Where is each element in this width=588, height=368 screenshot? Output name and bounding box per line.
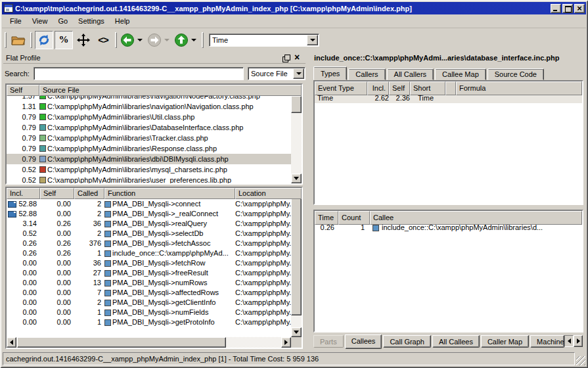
column-header-function[interactable]: Function (104, 188, 235, 199)
column-header-short[interactable]: Short (410, 81, 445, 95)
column-header-count[interactable]: Count (338, 211, 370, 225)
tab-callers[interactable]: Callers (348, 68, 385, 80)
column-header-location[interactable]: Location (235, 188, 302, 199)
combobox-dropdown-button[interactable] (307, 35, 318, 45)
tab-machine[interactable]: Machine (530, 335, 564, 348)
percent-toggle-button[interactable]: % (55, 31, 73, 49)
function-row[interactable]: 0.260.261include_once::C:\xampp\phpMyAd.… (7, 248, 291, 258)
file-row[interactable]: 0.52C:\xampp\phpMyAdmin\libraries\mysql_… (7, 164, 291, 175)
file-row[interactable]: 0.79C:\xampp\phpMyAdmin\libraries\Tracke… (7, 133, 291, 143)
function-row[interactable]: 0.000.0027PMA_DBI_Mysqli->freeResultC:\x… (7, 268, 291, 278)
tab-call-graph[interactable]: Call Graph (383, 335, 431, 348)
scrollbar-thumb[interactable] (291, 96, 302, 113)
tab-all-callers[interactable]: All Callers (387, 68, 434, 80)
function-row[interactable]: 3.140.2636PMA_DBI_Mysqli->realQueryC:\xa… (7, 219, 291, 229)
scroll-left-icon[interactable] (7, 337, 16, 348)
function-row[interactable]: 52.880.002PMA_DBI_Mysqli->_realConnectC:… (7, 209, 291, 219)
file-row[interactable]: 0.79C:\xampp\phpMyAdmin\libraries\dbi\DB… (7, 154, 291, 164)
file-path: C:\xampp\phpMyAdmin\libraries\navigation… (47, 96, 291, 101)
minimize-button[interactable] (551, 4, 561, 13)
file-color-icon (39, 156, 46, 162)
cycle-detection-button[interactable] (74, 31, 93, 49)
function-row[interactable]: 0.520.002PMA_DBI_Mysqli->selectDbC:\xamp… (7, 229, 291, 239)
scroll-down-icon[interactable] (291, 327, 302, 337)
file-row[interactable]: 0.79C:\xampp\phpMyAdmin\libraries\Respon… (7, 143, 291, 154)
function-location: C:\xampp\phpMy... (235, 317, 291, 327)
file-row[interactable]: 1.31C:\xampp\phpMyAdmin\libraries\naviga… (7, 101, 291, 112)
column-header-blank[interactable] (445, 81, 456, 95)
column-header-time[interactable]: Time (315, 211, 338, 225)
menu-go[interactable]: Go (53, 16, 72, 26)
back-dropdown-icon[interactable] (137, 39, 143, 41)
scrollbar-thumb[interactable] (17, 337, 226, 348)
scrollbar-thumb[interactable] (291, 198, 302, 315)
tab-callees[interactable]: Callees (345, 334, 382, 349)
function-cell: include_once::C:\xampp\phpMyAd... (104, 248, 235, 258)
column-header-event-type[interactable]: Event Type (315, 81, 367, 95)
main-window: C:\xampp\tmp\cachegrind.out.1416463299-C… (0, 0, 588, 368)
tab-all-callees[interactable]: All Callees (432, 335, 480, 348)
close-dock-icon[interactable] (294, 54, 303, 62)
menu-settings[interactable]: Settings (74, 16, 109, 26)
event-type-combobox[interactable]: Time (209, 34, 319, 47)
search-input[interactable] (34, 67, 244, 80)
function-row[interactable]: 0.000.001PMA_DBI_Mysqli->numFieldsC:\xam… (7, 308, 291, 317)
file-path: C:\xampp\phpMyAdmin\libraries\dbi\DBIMys… (47, 154, 291, 164)
file-path: C:\xampp\phpMyAdmin\libraries\navigation… (47, 101, 291, 112)
menu-file[interactable]: File (5, 16, 26, 26)
file-row[interactable]: 1.57C:\xampp\phpMyAdmin\libraries\naviga… (7, 96, 291, 101)
function-row[interactable]: 0.260.26376PMA_DBI_Mysqli->fetchAssocC:\… (7, 239, 291, 248)
function-incl-cell: 0.52 (7, 229, 40, 239)
function-table-hscrollbar[interactable] (7, 337, 291, 348)
toolbar-grip2[interactable] (30, 32, 32, 48)
maximize-button[interactable] (562, 4, 573, 13)
scroll-down-icon[interactable] (291, 173, 302, 183)
tab-scroll-left-icon[interactable] (564, 335, 574, 347)
function-table-body: 52.880.002PMA_DBI_Mysqli->connectC:\xamp… (7, 199, 291, 337)
toolbar-grip3[interactable] (115, 32, 117, 48)
column-header-self[interactable]: Self (7, 85, 39, 96)
group-dropdown-button[interactable] (293, 68, 304, 79)
tab-types[interactable]: Types (313, 66, 347, 80)
function-row[interactable]: 52.880.002PMA_DBI_Mysqli->connectC:\xamp… (7, 199, 291, 209)
column-header-incl[interactable]: Incl. (367, 81, 389, 95)
column-header-called[interactable]: Called (74, 188, 104, 199)
reload-button[interactable] (35, 31, 53, 49)
title-bar[interactable]: C:\xampp\tmp\cachegrind.out.1416463299-C… (2, 2, 586, 14)
up-dropdown-icon[interactable] (191, 39, 196, 41)
file-row[interactable]: 0.52C:\xampp\phpMyAdmin\libraries\user_p… (7, 175, 291, 183)
tab-callee-map[interactable]: Callee Map (435, 68, 486, 80)
function-row[interactable]: 0.000.0036PMA_DBI_Mysqli->fetchRowC:\xam… (7, 258, 291, 268)
file-table-vscrollbar[interactable] (291, 85, 302, 183)
dock-title: Flat Profile (3, 54, 282, 62)
file-row[interactable]: 0.79C:\xampp\phpMyAdmin\libraries\Util.c… (7, 112, 291, 122)
column-header-self[interactable]: Self (389, 81, 410, 95)
source-swap-button[interactable]: <> (94, 31, 112, 49)
column-header-callee[interactable]: Callee (370, 211, 582, 225)
group-combobox[interactable]: Source File (248, 67, 305, 80)
function-table-vscrollbar[interactable] (291, 188, 302, 337)
column-header-self[interactable]: Self (40, 188, 74, 199)
scroll-right-icon[interactable] (281, 337, 291, 348)
float-dock-icon[interactable] (282, 54, 291, 62)
up-button[interactable] (173, 32, 189, 48)
close-button[interactable] (574, 4, 585, 13)
back-button[interactable] (120, 32, 135, 48)
resize-grip[interactable] (576, 356, 585, 365)
function-row[interactable]: 0.000.002PMA_DBI_Mysqli->getClientInfoC:… (7, 298, 291, 308)
function-row[interactable]: 0.000.007PMA_DBI_Mysqli->affectedRowsC:\… (7, 288, 291, 298)
function-row[interactable]: 0.000.0013PMA_DBI_Mysqli->numRowsC:\xamp… (7, 278, 291, 288)
column-header-source-file[interactable]: Source File (39, 85, 302, 96)
tab-caller-map[interactable]: Caller Map (481, 335, 529, 348)
open-file-button[interactable] (9, 31, 28, 49)
function-row[interactable]: 0.000.001PMA_DBI_Mysqli->getProtoInfoC:\… (7, 317, 291, 327)
menu-help[interactable]: Help (110, 16, 135, 26)
file-row[interactable]: 0.79C:\xampp\phpMyAdmin\libraries\Databa… (7, 122, 291, 133)
tab-source-code[interactable]: Source Code (487, 68, 544, 80)
toolbar-grip4[interactable] (202, 32, 204, 48)
tab-scroll-right-icon[interactable] (574, 335, 583, 347)
column-header-incl[interactable]: Incl. (7, 188, 40, 199)
column-header-formula[interactable]: Formula (456, 81, 582, 95)
toolbar-grip[interactable] (5, 32, 7, 48)
menu-view[interactable]: View (28, 16, 53, 26)
